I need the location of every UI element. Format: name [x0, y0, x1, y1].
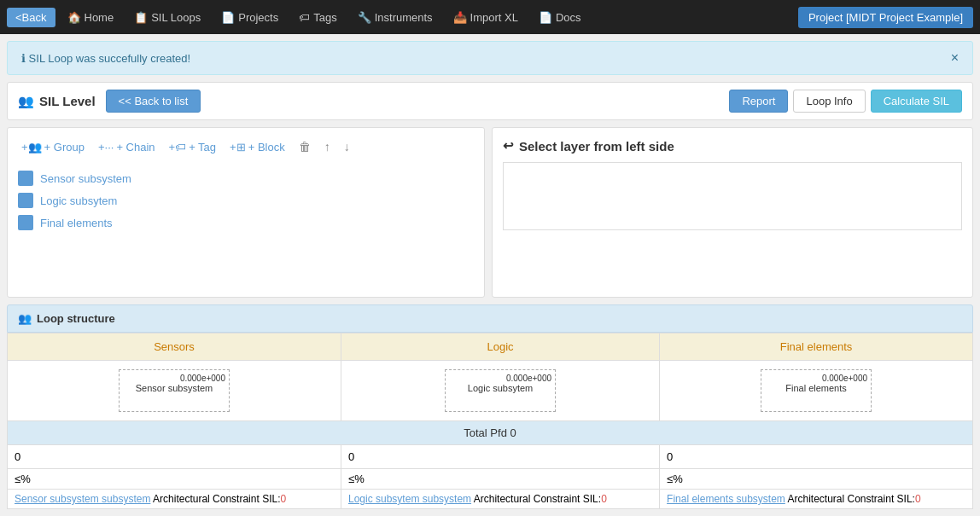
subsystem-list: Sensor subsystem Logic subsytem Final el…: [18, 167, 474, 234]
subsystem-icon-final: [18, 215, 33, 230]
nav-docs[interactable]: 📄 Docs: [530, 8, 590, 27]
navbar: <Back 🏠 Home 📋 SIL Loops 📄 Projects 🏷 Ta…: [0, 0, 980, 34]
alert-close-button[interactable]: ×: [951, 50, 959, 66]
col-sensors: Sensors: [8, 333, 341, 361]
add-tag-button[interactable]: +🏷 + Tag: [166, 139, 220, 155]
final-box-value: 0.000e+000: [765, 374, 867, 383]
arch-logic: Logic subsytem subsystem Architectural C…: [341, 490, 660, 509]
subsystem-label-sensor: Sensor subsystem: [40, 172, 131, 185]
add-chain-icon: +···: [98, 141, 114, 154]
total-pfd-cell: Total Pfd 0: [8, 421, 973, 445]
final-cell: 0.000e+000 Final elements: [660, 361, 973, 421]
add-block-button[interactable]: +⊞ + Block: [226, 139, 289, 155]
logic-cell: 0.000e+000 Logic subsytem: [341, 361, 660, 421]
calculate-sil-button[interactable]: Calculate SIL: [871, 90, 962, 113]
loop-structure-icon: 👥: [18, 312, 32, 325]
main-content: +👥 + Group +··· + Chain +🏷 + Tag +⊞ + Bl…: [7, 127, 973, 298]
logic-box-value: 0.000e+000: [449, 374, 551, 383]
toolbar: +👥 + Group +··· + Chain +🏷 + Tag +⊞ + Bl…: [18, 138, 474, 155]
add-group-icon: +👥: [21, 141, 42, 154]
arch-sil-value-logic: 0: [601, 493, 607, 505]
right-panel-content: [503, 162, 962, 230]
header-left: 👥 SIL Level << Back to list: [18, 90, 201, 113]
final-box: 0.000e+000 Final elements: [761, 369, 872, 412]
arch-sil-label-logic: Architectural Constraint SIL:: [474, 493, 601, 505]
arch-link-final[interactable]: Final elements subsystem: [667, 493, 785, 505]
arch-sensor: Sensor subsystem subsystem Architectural…: [8, 490, 341, 509]
logic-box: 0.000e+000 Logic subsytem: [445, 369, 556, 412]
header-bar: 👥 SIL Level << Back to list Report Loop …: [7, 82, 973, 120]
back-button[interactable]: <Back: [7, 8, 55, 27]
right-panel: ↩ Select layer from left side: [492, 127, 973, 298]
bottom-value-logic: 0: [341, 445, 660, 469]
back-to-list-button[interactable]: << Back to list: [106, 90, 201, 113]
move-down-button[interactable]: ↓: [341, 138, 353, 155]
add-chain-button[interactable]: +··· + Chain: [95, 139, 159, 155]
subsystem-item-logic[interactable]: Logic subsytem: [18, 189, 474, 212]
nav-projects[interactable]: 📄 Projects: [213, 8, 287, 27]
arch-sil-label-sensor: Architectural Constraint SIL:: [153, 493, 280, 505]
sil-level-icon: 👥: [18, 94, 34, 109]
total-pfd-row: Total Pfd 0: [8, 421, 973, 445]
pct-logic: ≤%: [341, 469, 660, 490]
pct-final: ≤%: [660, 469, 973, 490]
sensor-box: 0.000e+000 Sensor subsystem: [119, 369, 230, 412]
loop-section: 👥 Loop structure Sensors Logic Final ele…: [7, 304, 973, 509]
page-title: 👥 SIL Level: [18, 94, 96, 109]
right-panel-title: ↩ Select layer from left side: [503, 138, 962, 154]
arch-sil-value-final: 0: [915, 493, 921, 505]
bottom-values-row: 0 0 0: [8, 445, 973, 469]
arch-link-logic[interactable]: Logic subsytem subsystem: [348, 493, 471, 505]
col-logic: Logic: [341, 333, 660, 361]
sensor-box-label: Sensor subsystem: [123, 383, 225, 393]
bottom-value-final: 0: [660, 445, 973, 469]
subsystem-label-final: Final elements: [40, 217, 113, 229]
bottom-value-sensors: 0: [8, 445, 341, 469]
project-label: Project [MIDT Project Example]: [798, 7, 973, 28]
pct-sensors: ≤%: [8, 469, 341, 490]
boxes-row: 0.000e+000 Sensor subsystem 0.000e+000 L…: [8, 361, 973, 421]
header-right: Report Loop Info Calculate SIL: [729, 90, 962, 113]
arch-sil-label-final: Architectural Constraint SIL:: [788, 493, 915, 505]
add-tag-icon: +🏷: [169, 141, 187, 154]
report-button[interactable]: Report: [729, 90, 788, 113]
loop-structure-header: 👥 Loop structure: [7, 304, 973, 333]
subsystem-icon-logic: [18, 193, 33, 208]
nav-import-xl[interactable]: 📥 Import XL: [445, 8, 527, 27]
sensor-cell: 0.000e+000 Sensor subsystem: [8, 361, 341, 421]
select-layer-icon: ↩: [503, 138, 514, 154]
add-group-button[interactable]: +👥 + Group: [18, 139, 88, 155]
nav-tags[interactable]: 🏷 Tags: [290, 8, 345, 27]
arch-constraints-row: Sensor subsystem subsystem Architectural…: [8, 490, 973, 509]
arch-link-sensor[interactable]: Sensor subsystem subsystem: [15, 493, 150, 505]
arch-final: Final elements subsystem Architectural C…: [660, 490, 973, 509]
arch-sil-value-sensor: 0: [280, 493, 286, 505]
subsystem-item-sensor[interactable]: Sensor subsystem: [18, 167, 474, 189]
subsystem-label-logic: Logic subsytem: [40, 194, 117, 207]
sensor-box-value: 0.000e+000: [123, 374, 225, 383]
bottom-pct-row: ≤% ≤% ≤%: [8, 469, 973, 490]
subsystem-item-final[interactable]: Final elements: [18, 212, 474, 234]
left-panel: +👥 + Group +··· + Chain +🏷 + Tag +⊞ + Bl…: [7, 127, 485, 298]
nav-home[interactable]: 🏠 Home: [59, 8, 123, 27]
alert-banner: ℹ SIL Loop was succefully created! ×: [7, 41, 973, 75]
nav-sil-loops[interactable]: 📋 SIL Loops: [125, 8, 209, 27]
final-box-label: Final elements: [765, 383, 867, 393]
subsystem-icon-sensor: [18, 171, 33, 186]
loop-table: Sensors Logic Final elements 0.000e+000 …: [7, 333, 973, 509]
logic-box-label: Logic subsytem: [449, 383, 551, 393]
loop-info-button[interactable]: Loop Info: [793, 90, 865, 113]
add-block-icon: +⊞: [230, 141, 246, 154]
alert-message: ℹ SIL Loop was succefully created!: [21, 52, 190, 65]
delete-button[interactable]: 🗑: [295, 138, 314, 155]
nav-instruments[interactable]: 🔧 Instruments: [349, 8, 441, 27]
col-final-elements: Final elements: [660, 333, 973, 361]
loop-structure-title: Loop structure: [37, 312, 115, 325]
move-up-button[interactable]: ↑: [321, 138, 334, 155]
